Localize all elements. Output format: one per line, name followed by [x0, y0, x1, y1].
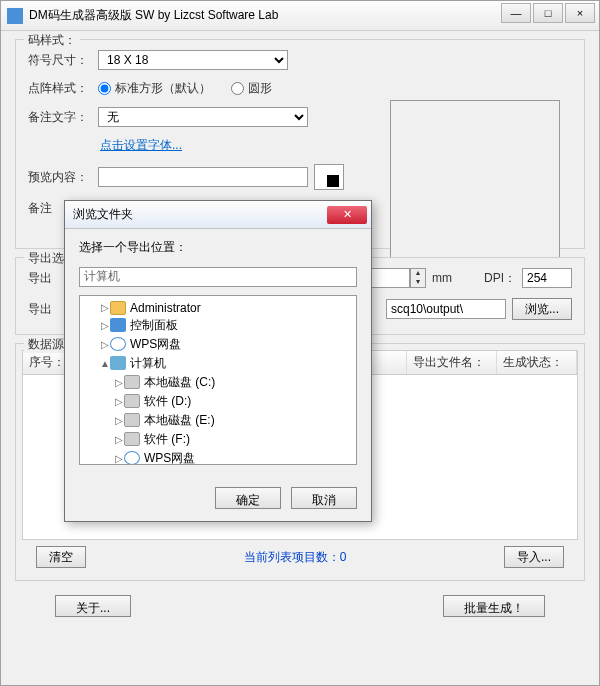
data-source-title: 数据源: [24, 336, 68, 353]
cloud-icon: [110, 337, 126, 351]
preview-image-box: [390, 100, 560, 270]
dialog-title: 浏览文件夹: [73, 206, 133, 223]
about-button[interactable]: 关于...: [55, 595, 131, 617]
col-status[interactable]: 生成状态：: [497, 351, 577, 374]
remark-text-select[interactable]: 无: [98, 107, 308, 127]
batch-generate-button[interactable]: 批量生成！: [443, 595, 545, 617]
folder-icon: [110, 301, 126, 315]
expand-icon[interactable]: ▷: [114, 396, 124, 407]
dialog-ok-button[interactable]: 确定: [215, 487, 281, 509]
tree-item[interactable]: ▷WPS网盘: [86, 335, 350, 354]
style-group-title: 码样式：: [24, 32, 80, 49]
tree-item-label: 计算机: [130, 355, 166, 372]
tree-item-label: 软件 (D:): [144, 393, 191, 410]
pc-icon: [110, 356, 126, 370]
tree-item[interactable]: ▷本地磁盘 (E:): [86, 411, 350, 430]
preview-content-input[interactable]: [98, 167, 308, 187]
export-group-title: 导出选: [24, 250, 68, 267]
tree-item[interactable]: ▷本地磁盘 (C:): [86, 373, 350, 392]
expand-icon[interactable]: ▷: [114, 453, 124, 464]
folder-tree[interactable]: ▷Administrator▷控制面板▷WPS网盘▲计算机▷本地磁盘 (C:)▷…: [79, 295, 357, 465]
export-size-label: 导出: [28, 270, 62, 287]
tree-item[interactable]: ▷控制面板: [86, 316, 350, 335]
export-path-label: 导出: [28, 301, 62, 318]
window-title: DM码生成器高级版 SW by Lizcst Software Lab: [29, 7, 278, 24]
tree-item-label: 软件 (F:): [144, 431, 190, 448]
tree-item-label: WPS网盘: [144, 450, 195, 465]
unit-mm: mm: [432, 271, 452, 285]
tree-item-label: WPS网盘: [130, 336, 181, 353]
expand-icon[interactable]: ▷: [114, 377, 124, 388]
dot-style-label: 点阵样式：: [28, 80, 92, 97]
dpi-label: DPI：: [484, 270, 516, 287]
dialog-path-input[interactable]: [79, 267, 357, 287]
remark-text-label: 备注文字：: [28, 109, 92, 126]
clear-button[interactable]: 清空: [36, 546, 86, 568]
import-button[interactable]: 导入...: [504, 546, 564, 568]
expand-icon[interactable]: ▷: [100, 339, 110, 350]
tree-item-label: Administrator: [130, 301, 201, 315]
dialog-title-bar[interactable]: 浏览文件夹 ✕: [65, 201, 371, 229]
tree-item-label: 控制面板: [130, 317, 178, 334]
dialog-cancel-button[interactable]: 取消: [291, 487, 357, 509]
app-icon: [7, 8, 23, 24]
export-path-input[interactable]: [386, 299, 506, 319]
tree-item[interactable]: ▷软件 (F:): [86, 430, 350, 449]
preview-color-box[interactable]: [314, 164, 344, 190]
export-size-spinner[interactable]: ▴▾: [368, 268, 426, 288]
dialog-prompt: 选择一个导出位置：: [79, 239, 357, 256]
font-settings-link[interactable]: 点击设置字体...: [100, 137, 182, 154]
symbol-size-label: 符号尺寸：: [28, 52, 92, 69]
preview-content-label: 预览内容：: [28, 169, 92, 186]
expand-icon[interactable]: ▷: [100, 320, 110, 331]
tree-item[interactable]: ▷WPS网盘: [86, 449, 350, 465]
disk-icon: [124, 375, 140, 389]
tree-item[interactable]: ▷软件 (D:): [86, 392, 350, 411]
panel-icon: [110, 318, 126, 332]
tree-item-label: 本地磁盘 (C:): [144, 374, 215, 391]
browse-button[interactable]: 浏览...: [512, 298, 572, 320]
browse-folder-dialog: 浏览文件夹 ✕ 选择一个导出位置： ▷Administrator▷控制面板▷WP…: [64, 200, 372, 522]
minimize-button[interactable]: —: [501, 3, 531, 23]
dialog-close-button[interactable]: ✕: [327, 206, 367, 224]
symbol-size-select[interactable]: 18 X 18: [98, 50, 288, 70]
tree-item[interactable]: ▷Administrator: [86, 300, 350, 316]
dot-style-circle-radio[interactable]: 圆形: [231, 80, 272, 97]
maximize-button[interactable]: □: [533, 3, 563, 23]
close-button[interactable]: ×: [565, 3, 595, 23]
disk-icon: [124, 394, 140, 408]
tree-item[interactable]: ▲计算机: [86, 354, 350, 373]
tree-item-label: 本地磁盘 (E:): [144, 412, 215, 429]
cloud-icon: [124, 451, 140, 465]
col-filename[interactable]: 导出文件名：: [407, 351, 497, 374]
item-count-label: 当前列表项目数：: [244, 550, 340, 564]
expand-icon[interactable]: ▷: [100, 302, 110, 313]
dot-style-square-radio[interactable]: 标准方形（默认）: [98, 80, 211, 97]
dpi-input[interactable]: [522, 268, 572, 288]
expand-icon[interactable]: ▷: [114, 415, 124, 426]
disk-icon: [124, 413, 140, 427]
item-count-value: 0: [340, 550, 347, 564]
expand-icon[interactable]: ▷: [114, 434, 124, 445]
title-bar[interactable]: DM码生成器高级版 SW by Lizcst Software Lab — □ …: [1, 1, 599, 31]
expand-icon[interactable]: ▲: [100, 358, 110, 369]
disk-icon: [124, 432, 140, 446]
